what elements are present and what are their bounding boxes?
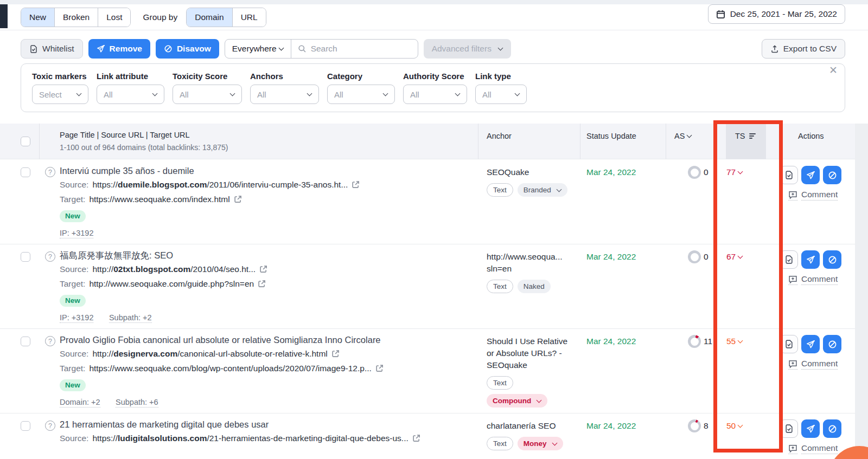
comment-link[interactable]: Comment — [788, 190, 838, 201]
remove-action-button[interactable] — [801, 335, 820, 353]
domain-link[interactable]: Domain: +2 — [60, 398, 100, 408]
filters-panel: Toxic markers Select Link attribute All … — [21, 63, 845, 112]
disavow-action-button[interactable] — [823, 250, 841, 269]
select-all-checkbox[interactable] — [21, 137, 30, 146]
meta-links: Domain: +2 Subpath: +6 — [60, 397, 480, 407]
filter-value: All — [334, 90, 343, 99]
header-anchor-col: Anchor — [487, 132, 512, 140]
row-actions — [780, 419, 841, 438]
target-url-line: Target: http://www.seoquake.com/guide.ph… — [60, 276, 480, 291]
remove-action-button[interactable] — [801, 250, 820, 269]
authority-score-cell: 8 — [688, 419, 709, 432]
group-by-label: Group by — [143, 12, 177, 22]
disavow-action-button[interactable] — [823, 419, 841, 438]
tab-url[interactable]: URL — [232, 8, 266, 27]
toxic-markers-select[interactable]: Select — [32, 85, 88, 104]
row-checkbox[interactable] — [21, 252, 30, 262]
annotation-highlight-box — [713, 120, 783, 452]
filter-value: All — [482, 90, 492, 99]
source-url[interactable]: https://ludigitalsolutions.com/21-herram… — [92, 431, 408, 445]
authority-score-cell: 11 — [688, 335, 712, 348]
ip-link[interactable]: IP: +3192 — [60, 229, 93, 238]
page-title: 福島原発事故無罪放免: SEO — [60, 249, 480, 262]
external-link-icon[interactable] — [412, 434, 420, 442]
source-url[interactable]: http://designerva.com/canonical-url-abso… — [92, 346, 327, 361]
target-url[interactable]: https://www.seoquake.com/index.html — [89, 192, 229, 206]
row-checkbox[interactable] — [21, 167, 30, 177]
help-icon[interactable]: ? — [45, 251, 55, 262]
topbar: New Broken Lost Group by Domain URL Dec … — [0, 4, 868, 30]
toxicity-score-select[interactable]: All — [173, 85, 242, 104]
page-top-strip — [0, 0, 868, 4]
filter-toxic-markers: Toxic markers Select — [32, 72, 88, 112]
advanced-filters-button[interactable]: Advanced filters — [424, 39, 511, 59]
external-link-icon[interactable] — [375, 364, 384, 372]
link-attribute-select[interactable]: All — [97, 85, 164, 104]
anchors-select[interactable]: All — [250, 85, 319, 104]
as-donut-gauge — [688, 419, 701, 432]
tab-broken[interactable]: Broken — [54, 8, 98, 27]
chevron-down-icon — [76, 91, 82, 96]
anchor-tag-compound[interactable]: Compound — [487, 394, 547, 408]
export-csv-button[interactable]: Export to CSV — [762, 39, 845, 59]
remove-action-button[interactable] — [801, 419, 820, 438]
comment-link[interactable]: Comment — [788, 359, 838, 370]
whitelist-button[interactable]: Whitelist — [21, 39, 83, 59]
source-label: Source: — [60, 177, 88, 192]
anchor-tag-money[interactable]: Money — [518, 437, 563, 450]
header-page-title-col: Page Title | Source URL | Target URL — [60, 131, 190, 139]
external-link-icon[interactable] — [259, 265, 267, 273]
chevron-down-icon — [556, 186, 561, 192]
tab-new[interactable]: New — [21, 8, 54, 27]
close-filters-icon[interactable]: ✕ — [829, 65, 838, 75]
source-url[interactable]: https://duemile.blogspot.com/2011/06/int… — [92, 177, 348, 192]
search-input[interactable] — [311, 44, 411, 54]
filter-authority-score: Authority Score All — [403, 72, 467, 112]
row-main-cell: 21 herramientas de marketing digital que… — [60, 418, 480, 445]
row-checkbox[interactable] — [21, 337, 30, 346]
remove-button[interactable]: Remove — [88, 39, 150, 59]
help-icon[interactable]: ? — [45, 167, 55, 177]
filter-link-attribute: Link attribute All — [97, 72, 164, 112]
help-icon[interactable]: ? — [45, 421, 55, 431]
row-checkbox[interactable] — [21, 421, 30, 431]
comment-link[interactable]: Comment — [788, 274, 838, 285]
no-entry-icon — [164, 44, 173, 53]
external-link-icon[interactable] — [331, 350, 340, 358]
date-range-picker[interactable]: Dec 25, 2021 - Mar 25, 2022 — [708, 4, 845, 24]
target-url[interactable]: http://www.seoquake.com/guide.php?sln=en — [89, 276, 254, 291]
scope-select[interactable]: Everywhere — [225, 40, 291, 58]
remove-action-button[interactable] — [801, 166, 820, 184]
disavow-action-button[interactable] — [823, 166, 841, 184]
scrollbar-gutter[interactable] — [855, 124, 868, 459]
anchor-tag-branded[interactable]: Branded — [518, 183, 567, 197]
meta-links: IP: +3192 — [60, 228, 480, 238]
filter-toxicity-score: Toxicity Score All — [173, 72, 242, 112]
source-label: Source: — [60, 262, 88, 276]
external-link-icon[interactable] — [258, 280, 266, 288]
disavow-action-button[interactable] — [823, 335, 841, 353]
category-select[interactable]: All — [327, 85, 395, 104]
anchor-cell: charlatanería SEO Text Money — [487, 420, 576, 450]
tab-domain[interactable]: Domain — [187, 8, 232, 27]
source-url[interactable]: http://02txt.blogspot.com/2010/04/seo.ht… — [92, 262, 256, 276]
filter-value: Select — [39, 90, 62, 99]
comment-link[interactable]: Comment — [788, 443, 838, 454]
source-url-line: Source: https://duemile.blogspot.com/201… — [60, 177, 480, 192]
link-type-select[interactable]: All — [475, 85, 527, 104]
backlink-audit-screen: New Broken Lost Group by Domain URL Dec … — [0, 0, 868, 459]
external-link-icon[interactable] — [352, 180, 360, 189]
ip-link[interactable]: IP: +3192 — [60, 313, 93, 323]
filter-link-type: Link type All — [475, 72, 527, 112]
anchor-text: Should I Use Relative or Absolute URLs? … — [487, 335, 576, 371]
subpath-link[interactable]: Subpath: +2 — [109, 313, 152, 323]
help-icon[interactable]: ? — [45, 336, 55, 346]
authority-score-select[interactable]: All — [403, 85, 467, 104]
tab-lost[interactable]: Lost — [98, 8, 130, 27]
target-url[interactable]: https://www.seoquake.com/blog/wp-content… — [89, 361, 371, 376]
header-as-col[interactable]: AS — [674, 132, 692, 140]
disavow-button[interactable]: Disavow — [156, 39, 219, 59]
chevron-down-icon — [152, 91, 158, 96]
external-link-icon[interactable] — [234, 195, 242, 203]
subpath-link[interactable]: Subpath: +6 — [116, 398, 158, 408]
